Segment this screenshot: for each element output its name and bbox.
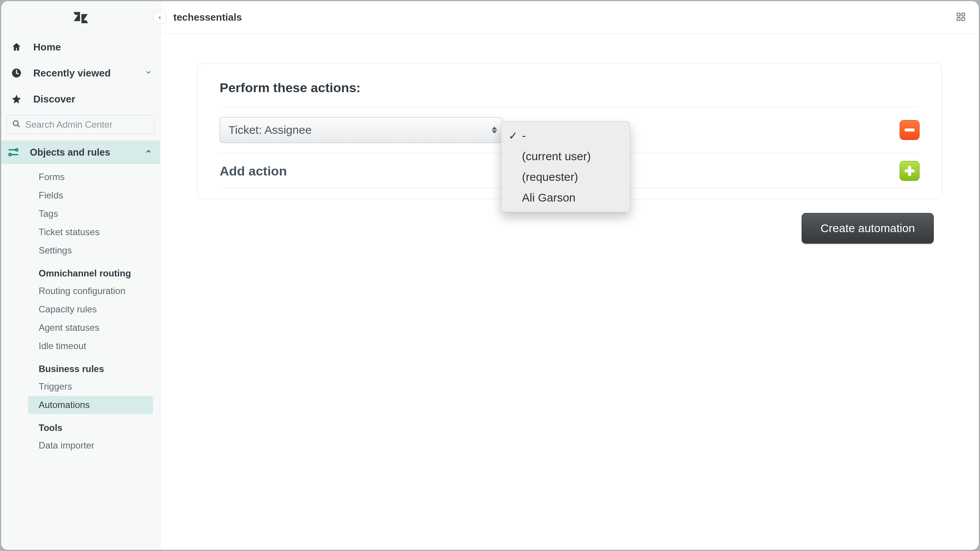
nav-recently-viewed[interactable]: Recently viewed bbox=[4, 60, 157, 86]
svg-point-3 bbox=[9, 153, 11, 156]
home-icon bbox=[10, 41, 23, 53]
svg-rect-5 bbox=[962, 13, 965, 16]
select-updown-icon bbox=[492, 127, 497, 133]
add-action-button[interactable] bbox=[900, 161, 920, 181]
sidebar-link-settings[interactable]: Settings bbox=[28, 241, 153, 260]
zendesk-logo-icon bbox=[72, 9, 89, 26]
sidebar-link-tags[interactable]: Tags bbox=[28, 205, 153, 223]
svg-point-2 bbox=[16, 149, 18, 151]
assignee-option-ali-garson[interactable]: Ali Garson bbox=[501, 187, 630, 208]
main: techessentials Perform these actions: Ti… bbox=[160, 1, 979, 550]
sidebar-link-ticket-statuses[interactable]: Ticket statuses bbox=[28, 223, 153, 241]
create-automation-button[interactable]: Create automation bbox=[802, 213, 934, 244]
remove-action-button[interactable] bbox=[900, 120, 920, 140]
group-business-rules-title: Business rules bbox=[1, 355, 160, 377]
sidebar-link-triggers[interactable]: Triggers bbox=[28, 377, 153, 396]
chevron-left-icon bbox=[157, 15, 163, 20]
search-admin-center[interactable] bbox=[7, 115, 155, 134]
sidebar-link-idle-timeout[interactable]: Idle timeout bbox=[28, 337, 153, 355]
group-omnichannel-title: Omnichannel routing bbox=[1, 260, 160, 282]
workspace-title: techessentials bbox=[173, 11, 242, 23]
star-icon bbox=[10, 93, 23, 105]
primary-nav: Home Recently viewed Discover bbox=[1, 34, 160, 112]
sidebar-tree: Forms Fields Tags Ticket statuses Settin… bbox=[1, 164, 160, 462]
logo bbox=[1, 1, 160, 34]
svg-rect-4 bbox=[957, 13, 960, 16]
topbar: techessentials bbox=[160, 1, 979, 34]
assignee-option-current-user[interactable]: (current user) bbox=[501, 146, 630, 167]
section-label: Objects and rules bbox=[30, 147, 110, 158]
sidebar-link-agent-statuses[interactable]: Agent statuses bbox=[28, 319, 153, 337]
minus-icon bbox=[905, 128, 915, 132]
content: Perform these actions: Ticket: Assignee bbox=[160, 34, 979, 550]
search-icon bbox=[12, 120, 21, 130]
option-label: (requester) bbox=[522, 171, 578, 184]
nav-recent-label: Recently viewed bbox=[33, 67, 111, 79]
nav-home-label: Home bbox=[33, 41, 61, 53]
panel-title: Perform these actions: bbox=[220, 80, 920, 95]
assignee-dropdown: ✓ - (current user) (requester) Ali Garso… bbox=[501, 121, 630, 212]
sidebar-link-data-importer[interactable]: Data importer bbox=[28, 436, 153, 455]
assignee-option-dash[interactable]: ✓ - bbox=[501, 125, 630, 146]
sidebar: Home Recently viewed Discover bbox=[1, 1, 160, 550]
search-input[interactable] bbox=[25, 119, 149, 130]
grid-icon bbox=[956, 12, 966, 22]
chevron-up-icon bbox=[145, 148, 152, 157]
nav-discover[interactable]: Discover bbox=[4, 86, 157, 112]
option-label: (current user) bbox=[522, 150, 591, 163]
section-objects-and-rules[interactable]: Objects and rules bbox=[1, 140, 160, 164]
check-icon: ✓ bbox=[508, 130, 517, 142]
objects-rules-icon bbox=[7, 146, 20, 158]
option-label: - bbox=[522, 129, 526, 142]
search-wrap bbox=[1, 112, 160, 140]
clock-icon bbox=[10, 67, 23, 79]
add-action-label: Add action bbox=[220, 164, 287, 179]
action-type-select-value: Ticket: Assignee bbox=[228, 124, 311, 137]
app-window: Home Recently viewed Discover bbox=[1, 1, 979, 550]
svg-point-1 bbox=[13, 121, 18, 126]
group-tools-title: Tools bbox=[1, 414, 160, 436]
sidebar-link-automations[interactable]: Automations bbox=[28, 396, 153, 414]
app-switcher-button[interactable] bbox=[956, 12, 966, 23]
svg-rect-6 bbox=[957, 18, 960, 21]
sidebar-collapse-button[interactable] bbox=[153, 11, 166, 24]
svg-rect-7 bbox=[962, 18, 965, 21]
sidebar-link-fields[interactable]: Fields bbox=[28, 186, 153, 205]
assignee-option-requester[interactable]: (requester) bbox=[501, 167, 630, 187]
nav-home[interactable]: Home bbox=[4, 34, 157, 60]
nav-discover-label: Discover bbox=[33, 93, 75, 105]
option-label: Ali Garson bbox=[522, 191, 576, 204]
action-type-select[interactable]: Ticket: Assignee bbox=[220, 117, 503, 143]
sidebar-link-forms[interactable]: Forms bbox=[28, 168, 153, 186]
sidebar-link-routing-config[interactable]: Routing configuration bbox=[28, 282, 153, 300]
sidebar-link-capacity-rules[interactable]: Capacity rules bbox=[28, 300, 153, 319]
chevron-down-icon bbox=[145, 68, 152, 78]
